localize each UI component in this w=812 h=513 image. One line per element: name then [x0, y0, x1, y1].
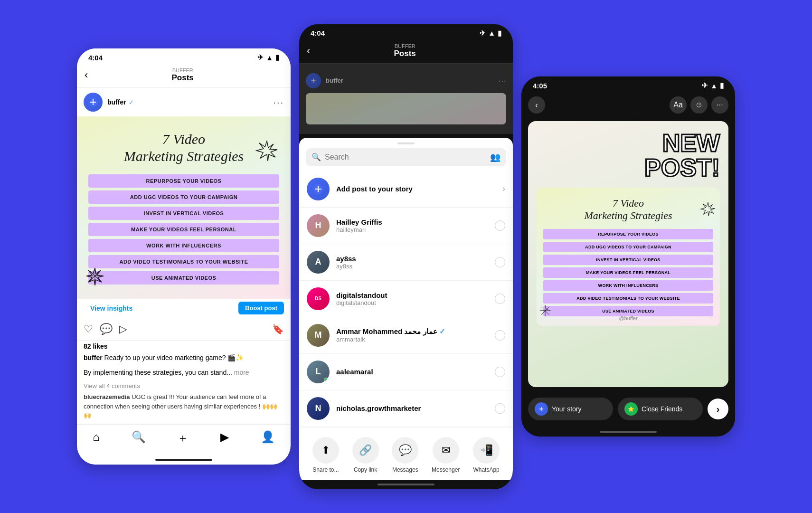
sticker-icon-btn[interactable]: ☺: [690, 96, 708, 114]
your-story-avatar: [535, 402, 548, 416]
contact-radio-3[interactable]: [495, 330, 505, 341]
time-1: 4:04: [88, 54, 103, 62]
post-header: buffer ✓ ···: [77, 88, 291, 116]
contact-avatar-5: N: [307, 397, 330, 420]
reels-nav-icon[interactable]: ▶: [220, 430, 229, 446]
contact-avatar-2: DS: [307, 287, 330, 310]
bottom-nav-1: ⌂ 🔍 ＋ ▶ 👤: [77, 424, 291, 455]
contact-avatar-4: L: [307, 361, 330, 383]
bookmark-icon[interactable]: 🔖: [272, 323, 284, 335]
contact-row-2[interactable]: DS digitalstandout digitalstandout: [299, 281, 513, 317]
username-area: buffer ✓: [107, 98, 134, 106]
share-action-messenger[interactable]: ✉ Messenger: [432, 437, 460, 473]
post-caption: buffer Ready to up your video marketing …: [77, 352, 291, 367]
status-bar-3: 4:05 ✈ ▲ ▮: [521, 76, 735, 93]
contact-radio-4[interactable]: [495, 367, 505, 377]
contact-radio-0[interactable]: [495, 220, 505, 231]
caption-line2: By implementing these strategies, you ca…: [84, 369, 234, 376]
contact-row-1[interactable]: A ay8ss ay8ss: [299, 244, 513, 281]
more-link[interactable]: more: [234, 369, 249, 376]
airplane-icon: ✈: [257, 53, 264, 62]
contact-row-0[interactable]: H Hailley Griffis hailleymari: [299, 208, 513, 244]
story-top-icons: Aa ☺ ···: [670, 96, 728, 114]
contact-text-3: Ammar Mohammed عمار محمد ✓ ammartalk: [336, 327, 488, 343]
nav-title-text-1: Posts: [94, 73, 272, 83]
story-avatar: [307, 178, 330, 200]
share-action-whatsapp[interactable]: 📲 WhatsApp: [473, 437, 500, 473]
chevron-icon: ›: [502, 184, 505, 194]
close-friends-label: Close Friends: [642, 405, 682, 413]
wifi-icon-2: ▲: [488, 29, 495, 37]
status-bar-2: 4:04 ✈ ▲ ▮: [299, 24, 513, 40]
post-caption-2: By implementing these strategies, you ca…: [77, 367, 291, 381]
time-3: 4:05: [533, 82, 547, 90]
more-icon-btn[interactable]: ···: [711, 96, 728, 114]
add-nav-icon[interactable]: ＋: [177, 430, 189, 446]
story-back-btn[interactable]: ‹: [528, 96, 545, 114]
contact-avatar-0: H: [307, 214, 330, 237]
close-friends-avatar: ⭐: [624, 402, 638, 416]
post-likes: 82 likes: [77, 341, 291, 352]
view-insights-btn[interactable]: View insights: [90, 304, 132, 312]
search-input-2[interactable]: [325, 153, 486, 162]
add-to-story-row[interactable]: Add post to your story ›: [299, 171, 513, 208]
contact-radio-1[interactable]: [495, 257, 505, 267]
share-action-share[interactable]: ⬆ Share to...: [312, 437, 339, 473]
boost-post-btn[interactable]: Boost post: [238, 302, 284, 314]
status-icons-1: ✈ ▲ ▮: [257, 53, 279, 62]
like-icon[interactable]: ♡: [84, 323, 93, 335]
contact-radio-5[interactable]: [495, 403, 505, 414]
starburst-icon-3: [701, 202, 715, 216]
cta-row: View insights Boost post: [77, 299, 291, 318]
story-strategy-4: MAKE YOUR VIDEOS FEEL PERSONAL: [543, 267, 713, 278]
avatar-1: [84, 93, 103, 112]
contact-text-0: Hailley Griffis hailleymari: [336, 218, 488, 233]
profile-nav-icon[interactable]: 👤: [261, 430, 275, 446]
add-person-icon[interactable]: 👥: [490, 152, 500, 162]
search-bar-2[interactable]: 🔍 👥: [306, 148, 506, 166]
whatsapp-icon: 📲: [473, 437, 500, 464]
share-action-messages[interactable]: 💬 Messages: [392, 437, 418, 473]
contact-row-5[interactable]: N nicholas.growthmarketer: [299, 390, 513, 427]
strategy-item-6: ADD VIDEO TESTIMONIALS TO YOUR WEBSITE: [88, 255, 279, 268]
back-button-2[interactable]: ‹: [307, 45, 310, 57]
back-button-1[interactable]: ‹: [85, 69, 88, 81]
font-icon-btn[interactable]: Aa: [670, 96, 687, 114]
home-nav-icon[interactable]: ⌂: [93, 430, 100, 446]
share-icon[interactable]: ▷: [119, 323, 127, 335]
contact-row-4[interactable]: L aaleamaral: [299, 354, 513, 390]
battery-icon-2: ▮: [498, 29, 501, 38]
post-title-1: 7 Video Marketing Strategies: [124, 131, 244, 165]
search-nav-icon[interactable]: 🔍: [132, 430, 146, 446]
dimmed-post-area: buffer ···: [299, 64, 513, 134]
messenger-icon: ✉: [433, 437, 459, 464]
add-to-story-text: Add post to your story: [336, 185, 496, 193]
status-icons-2: ✈ ▲ ▮: [480, 29, 501, 38]
post-more-btn[interactable]: ···: [273, 97, 284, 108]
your-story-btn[interactable]: Your story: [528, 398, 613, 420]
home-indicator-2: [299, 480, 513, 489]
nav-bar-2: ‹ BUFFER Posts: [299, 40, 513, 64]
story-next-btn[interactable]: ›: [708, 399, 728, 419]
contact-radio-2[interactable]: [495, 294, 505, 304]
share-to-icon: ⬆: [312, 437, 339, 464]
wifi-icon-3: ▲: [710, 82, 718, 90]
view-comments[interactable]: View all 4 comments: [77, 381, 291, 390]
comment-icon[interactable]: 💬: [100, 323, 113, 335]
whatsapp-label: WhatsApp: [473, 466, 499, 473]
nav-title-1: BUFFER Posts: [94, 67, 272, 83]
nav-bar-1: ‹ BUFFER Posts: [77, 65, 291, 88]
strategy-item-2: ADD UGC VIDEOS TO YOUR CAMPAIGN: [88, 190, 279, 204]
story-bottom-bar: Your story ⭐ Close Friends ›: [521, 391, 735, 427]
svg-marker-9: [701, 202, 715, 216]
share-action-copy[interactable]: 🔗 Copy link: [352, 437, 379, 473]
close-friends-btn[interactable]: ⭐ Close Friends: [618, 398, 703, 420]
nav-title-2: BUFFER Posts: [316, 43, 494, 58]
phone-3: 4:05 ✈ ▲ ▮ ‹ Aa ☺ ··· NEW POST!: [521, 76, 735, 437]
messenger-label: Messenger: [432, 466, 460, 473]
share-sheet: 🔍 👥 Add post to your story › H Hailley G…: [299, 138, 513, 480]
contact-row-3[interactable]: M Ammar Mohammed عمار محمد ✓ ammartalk: [299, 317, 513, 354]
share-to-label: Share to...: [312, 466, 339, 473]
search-icon-2: 🔍: [312, 152, 321, 162]
messages-label: Messages: [392, 466, 418, 473]
